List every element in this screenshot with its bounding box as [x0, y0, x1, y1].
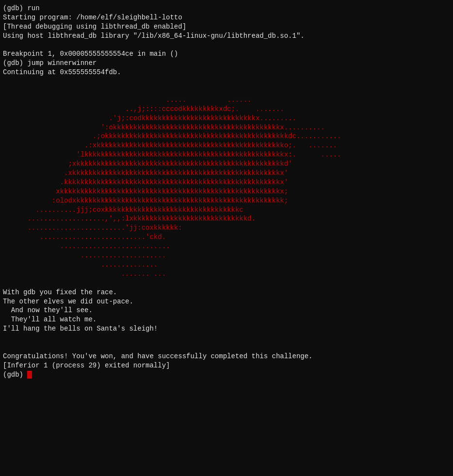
terminal-line — [3, 333, 450, 343]
terminal-line: With gdb you fixed the race. — [3, 288, 450, 297]
terminal-line — [3, 41, 450, 50]
terminal-line: ..........................'ckd. — [3, 233, 450, 242]
terminal-line: xkkkkkkkkkkkkkkkkkkkkkkkkkkkkkkkkkkkkkkk… — [3, 187, 450, 196]
terminal-line — [3, 86, 450, 95]
terminal-line: (gdb) — [3, 370, 450, 380]
terminal-line: ...................,',,:lxkkkkkkkkkkkkkk… — [3, 214, 450, 223]
terminal-line: They'll all watch me. — [3, 315, 450, 324]
terminal-line: Congratulations! You've won, and have su… — [3, 352, 450, 361]
terminal-line: Continuing at 0x555555554fdb. — [3, 68, 450, 77]
terminal-line — [3, 77, 450, 86]
terminal-line: :olodxkkkkkkkkkkkkkkkkkkkkkkkkkkkkkkkkkk… — [3, 196, 450, 206]
terminal-line: Using host libthread_db library "/lib/x8… — [3, 32, 450, 41]
terminal-line: ........................'jj:coxkkkkkk: — [3, 223, 450, 233]
terminal-line — [3, 279, 450, 288]
terminal-line: ........................... — [3, 242, 450, 251]
terminal-line: ....... ... — [3, 270, 450, 279]
terminal-line: ':okkkkkkkkkkkkkkkkkkkkkkkkkkkkkkkkkkkkk… — [3, 123, 450, 132]
terminal-line: .'j;:codkkkkkkkkkkkkkkkkkkkkkkkkkkkkx...… — [3, 114, 450, 123]
terminal-line: ..... ...... — [3, 95, 450, 105]
terminal-line: [Inferior 1 (process 29) exited normally… — [3, 361, 450, 370]
terminal-cursor — [27, 371, 32, 379]
terminal-line: .............. — [3, 260, 450, 270]
terminal-line: Breakpoint 1, 0x00005555555554ce in main… — [3, 49, 450, 59]
terminal: (gdb) runStarting program: /home/elf/sle… — [0, 0, 453, 476]
terminal-line: .kkkkkkkkkkkkkkkkkkkkkkkkkkkkkkkkkkkkkkk… — [3, 178, 450, 187]
terminal-line: ..,j;::::cccodkkkkkkkkkxdc;. ....... — [3, 105, 450, 114]
terminal-line: (gdb) jump winnerwinner — [3, 59, 450, 68]
terminal-line: I'll hang the bells on Santa's sleigh! — [3, 324, 450, 333]
terminal-line: ;xkkkkkkkkkkkkkkkkkkkkkkkkkkkkkkkkkkkkkk… — [3, 159, 450, 169]
terminal-line: 'lkkkkkkkkkkkkkkkkkkkkkkkkkkkkkkkkkkkkkk… — [3, 150, 450, 159]
terminal-line: ..........jjj;coxkkkkkkkkkkkkkkkkkkkkkkk… — [3, 206, 450, 215]
terminal-line: Starting program: /home/elf/sleighbell-l… — [3, 13, 450, 22]
terminal-line: ..................... — [3, 251, 450, 260]
terminal-line: And now they'll see. — [3, 306, 450, 315]
terminal-line — [3, 343, 450, 352]
terminal-line: .xkkkkkkkkkkkkkkkkkkkkkkkkkkkkkkkkkkkkkk… — [3, 169, 450, 178]
terminal-line: [Thread debugging using libthread_db ena… — [3, 22, 450, 32]
terminal-line: .:xkkkkkkkkkkkkkkkkkkkkkkkkkkkkkkkkkkkkk… — [3, 141, 450, 150]
terminal-line: The other elves we did out-pace. — [3, 297, 450, 306]
terminal-line: .;okkkkkkkkkkkkkkkkkkkkkkkkkkkkkkkkkkkkk… — [3, 132, 450, 141]
terminal-line: (gdb) run — [3, 4, 450, 13]
